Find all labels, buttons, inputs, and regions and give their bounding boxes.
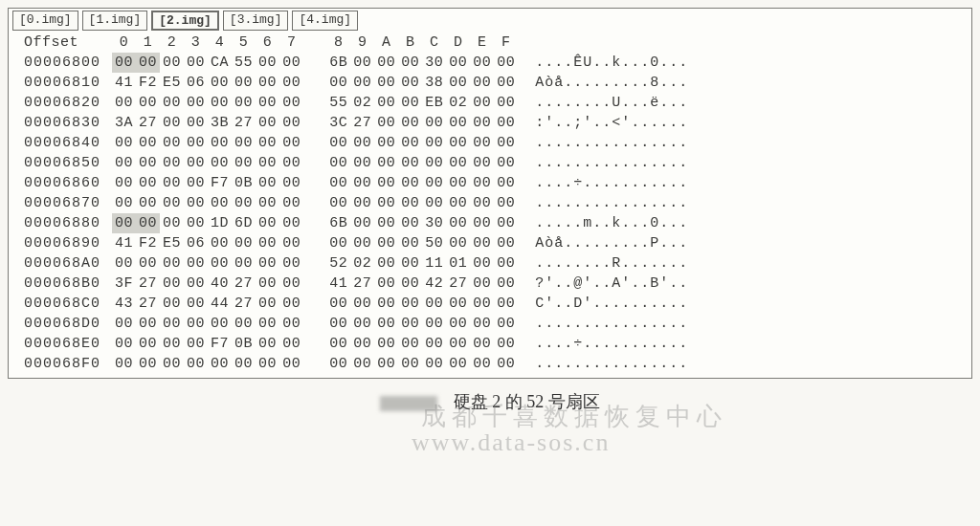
hex-cell[interactable]: 00 [184,274,208,294]
hex-cell[interactable]: 00 [112,53,136,73]
hex-cell[interactable]: 00 [160,173,184,193]
hex-cell[interactable]: 00 [470,294,494,314]
hex-cell[interactable]: 6B [326,213,350,233]
hex-cell[interactable]: 1D [208,213,232,233]
hex-cell[interactable]: 00 [446,153,470,173]
hex-cell[interactable]: 00 [136,173,160,193]
hex-cell[interactable]: 00 [350,153,374,173]
hex-cell[interactable]: 00 [279,53,303,73]
hex-cell[interactable]: 00 [232,73,256,93]
hex-cell[interactable]: 00 [112,334,136,354]
hex-cell[interactable]: 00 [279,233,303,253]
hex-cell[interactable]: 50 [422,233,446,253]
hex-cell[interactable]: 00 [208,354,232,374]
hex-cell[interactable]: 00 [350,193,374,213]
hex-cell[interactable]: 00 [279,133,303,153]
hex-cell[interactable]: 00 [184,153,208,173]
hex-cell[interactable]: 00 [256,193,279,213]
hex-cell[interactable]: 00 [279,274,303,294]
hex-cell[interactable]: 00 [232,253,256,274]
hex-cell[interactable]: 00 [446,73,470,93]
hex-cell[interactable]: 00 [112,253,136,274]
hex-cell[interactable]: 00 [446,133,470,153]
hex-cell[interactable]: 00 [256,113,279,133]
hex-cell[interactable]: 00 [208,314,232,334]
hex-cell[interactable]: 00 [160,354,184,374]
hex-cell[interactable]: 00 [112,93,136,113]
hex-cell[interactable]: 00 [398,233,422,253]
hex-cell[interactable]: 00 [256,173,279,193]
hex-cell[interactable]: 30 [422,213,446,233]
hex-cell[interactable]: 00 [326,354,350,374]
hex-cell[interactable]: 00 [184,213,208,233]
hex-cell[interactable]: 41 [112,73,136,93]
hex-cell[interactable]: 00 [422,193,446,213]
hex-cell[interactable]: 00 [398,73,422,93]
hex-cell[interactable]: 00 [350,233,374,253]
hex-cell[interactable]: 00 [446,213,470,233]
hex-cell[interactable]: 00 [208,73,232,93]
hex-cell[interactable]: 00 [256,213,279,233]
hex-cell[interactable]: 00 [398,153,422,173]
hex-cell[interactable]: 06 [184,73,208,93]
hex-cell[interactable]: 00 [184,53,208,73]
hex-cell[interactable]: 00 [374,53,398,73]
hex-cell[interactable]: 00 [326,193,350,213]
tab-4[interactable]: [4.img] [292,11,358,31]
hex-cell[interactable]: 00 [470,133,494,153]
hex-cell[interactable]: 00 [279,314,303,334]
hex-cell[interactable]: 00 [494,274,518,294]
hex-cell[interactable]: 00 [326,73,350,93]
hex-cell[interactable]: 00 [208,193,232,213]
hex-cell[interactable]: 3B [208,113,232,133]
hex-cell[interactable]: 00 [184,253,208,274]
hex-cell[interactable]: 00 [494,53,518,73]
hex-cell[interactable]: 00 [446,173,470,193]
hex-cell[interactable]: 00 [326,294,350,314]
hex-cell[interactable]: 00 [184,173,208,193]
hex-cell[interactable]: 00 [494,354,518,374]
hex-cell[interactable]: 00 [256,253,279,274]
hex-cell[interactable]: 00 [470,193,494,213]
hex-cell[interactable]: 00 [494,193,518,213]
hex-cell[interactable]: 00 [184,113,208,133]
hex-cell[interactable]: 00 [446,193,470,213]
hex-cell[interactable]: 00 [446,354,470,374]
hex-cell[interactable]: 00 [374,233,398,253]
hex-cell[interactable]: 00 [112,354,136,374]
hex-cell[interactable]: 00 [398,53,422,73]
hex-cell[interactable]: 00 [256,294,279,314]
hex-cell[interactable]: 00 [398,93,422,113]
hex-cell[interactable]: 00 [160,314,184,334]
hex-cell[interactable]: 00 [350,294,374,314]
hex-cell[interactable]: 00 [326,153,350,173]
hex-cell[interactable]: 00 [350,73,374,93]
hex-cell[interactable]: 00 [446,53,470,73]
hex-cell[interactable]: 00 [184,294,208,314]
hex-cell[interactable]: 30 [422,53,446,73]
hex-cell[interactable]: 00 [422,113,446,133]
hex-cell[interactable]: 00 [184,193,208,213]
tab-0[interactable]: [0.img] [12,11,78,31]
hex-cell[interactable]: 00 [398,294,422,314]
hex-cell[interactable]: 40 [208,274,232,294]
hex-cell[interactable]: 00 [136,193,160,213]
hex-cell[interactable]: 00 [232,193,256,213]
hex-cell[interactable]: 00 [184,133,208,153]
hex-cell[interactable]: 00 [136,133,160,153]
hex-cell[interactable]: F7 [208,334,232,354]
hex-cell[interactable]: 00 [160,334,184,354]
hex-cell[interactable]: 00 [470,233,494,253]
hex-cell[interactable]: 00 [470,173,494,193]
hex-cell[interactable]: 00 [374,334,398,354]
hex-cell[interactable]: 00 [374,274,398,294]
hex-cell[interactable]: 00 [279,213,303,233]
hex-cell[interactable]: 00 [422,133,446,153]
hex-cell[interactable]: 00 [160,93,184,113]
hex-cell[interactable]: 00 [494,314,518,334]
hex-cell[interactable]: F2 [136,233,160,253]
hex-cell[interactable]: 00 [136,153,160,173]
hex-cell[interactable]: 00 [398,133,422,153]
hex-cell[interactable]: 00 [494,233,518,253]
hex-cell[interactable]: 00 [470,113,494,133]
